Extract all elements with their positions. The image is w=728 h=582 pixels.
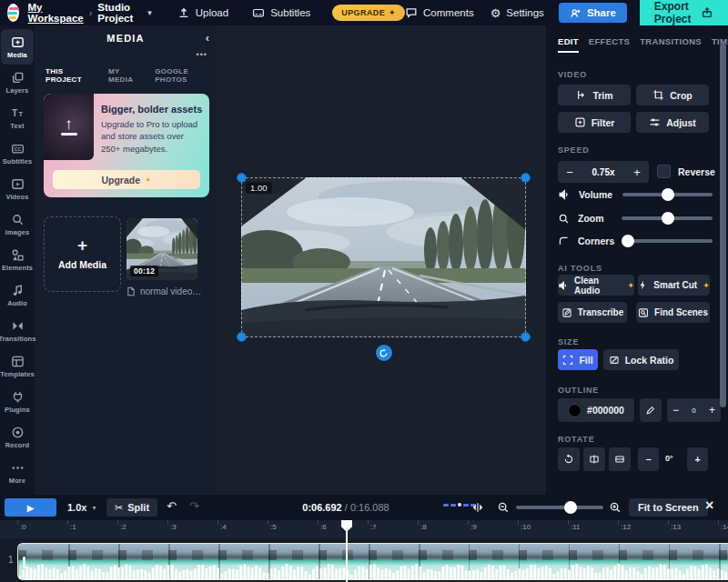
zoom-slider[interactable] bbox=[622, 212, 713, 225]
adjust-button[interactable]: Adjust bbox=[636, 112, 709, 133]
sparkle-icon: ✦ bbox=[703, 281, 710, 290]
video-preview[interactable]: 1.00 bbox=[241, 177, 526, 337]
find-scenes-button[interactable]: Find Scenes bbox=[636, 302, 710, 323]
collapse-panel-icon[interactable]: ‹ bbox=[206, 31, 209, 45]
panel-menu-icon[interactable]: ••• bbox=[197, 50, 207, 59]
sidebar-item-elements[interactable]: Elements bbox=[1, 242, 34, 277]
rotate-handle[interactable] bbox=[376, 345, 392, 361]
share-button[interactable]: Share bbox=[559, 3, 627, 23]
sidebar-item-text[interactable]: TT Text bbox=[1, 100, 34, 135]
rotate-increase-button[interactable]: + bbox=[687, 447, 708, 471]
promo-title: Bigger, bolder assets bbox=[101, 104, 202, 115]
sidebar-item-audio[interactable]: Audio bbox=[1, 277, 34, 313]
speed-increase-button[interactable]: + bbox=[625, 166, 649, 179]
ruler-tick: :11 bbox=[571, 523, 581, 531]
search-icon bbox=[11, 213, 25, 226]
flip-vertical-button[interactable] bbox=[609, 447, 631, 471]
subtitles-label: Subtitles bbox=[270, 7, 310, 18]
inspector-scrollbar[interactable] bbox=[720, 44, 726, 407]
fill-brackets-icon bbox=[562, 355, 573, 366]
transcribe-button[interactable]: Transcribe bbox=[558, 302, 627, 323]
fit-to-screen-button[interactable]: Fit to Screen bbox=[629, 498, 708, 517]
layers-icon bbox=[11, 71, 25, 85]
flip-horizontal-button[interactable] bbox=[583, 447, 605, 471]
breadcrumb-project[interactable]: Studio Project bbox=[97, 2, 142, 24]
zoom-out-icon[interactable] bbox=[497, 501, 510, 517]
slider-thumb[interactable] bbox=[662, 212, 674, 225]
resize-handle-top-left[interactable] bbox=[237, 173, 247, 183]
upload-button[interactable]: Upload bbox=[177, 6, 228, 19]
volume-slider[interactable] bbox=[622, 188, 713, 201]
zoom-in-icon[interactable] bbox=[609, 501, 622, 517]
speed-decrease-button[interactable]: − bbox=[558, 166, 581, 179]
resize-handle-bottom-left[interactable] bbox=[237, 332, 247, 342]
resize-handle-top-right[interactable] bbox=[521, 173, 531, 183]
close-icon[interactable]: × bbox=[705, 497, 713, 514]
sidebar-item-more[interactable]: More bbox=[1, 455, 34, 490]
sidebar-item-videos[interactable]: Videos bbox=[1, 171, 34, 206]
chevron-down-icon[interactable]: ▾ bbox=[147, 8, 152, 17]
timeline: :0 :1 :2 :3 :4 :5 :6 :7 :8 :9 :10 :11 :1… bbox=[0, 520, 728, 582]
tab-edit[interactable]: EDIT bbox=[558, 36, 579, 53]
sparkle-icon: ✦ bbox=[389, 8, 396, 17]
trim-button[interactable]: Trim bbox=[558, 85, 631, 105]
play-icon: ▶ bbox=[27, 503, 35, 513]
upgrade-button[interactable]: UPGRADE ✦ bbox=[332, 5, 405, 21]
sidebar-item-plugins[interactable]: Plugins bbox=[1, 384, 34, 419]
slider-thumb[interactable] bbox=[622, 235, 634, 247]
subtitles-button[interactable]: Subtitles bbox=[252, 6, 310, 19]
media-clip-thumbnail[interactable]: 00:12 bbox=[126, 218, 197, 280]
export-project-button[interactable]: Export Project bbox=[640, 0, 728, 25]
add-media-button[interactable]: + Add Media bbox=[44, 216, 121, 292]
settings-label: Settings bbox=[506, 7, 544, 18]
timeline-zoom-slider[interactable] bbox=[516, 501, 603, 514]
smart-cut-button[interactable]: Smart Cut ✦ bbox=[638, 275, 710, 296]
tab-effects[interactable]: EFFECTS bbox=[589, 36, 630, 53]
resize-handle-bottom-right[interactable] bbox=[521, 332, 531, 342]
slider-thumb[interactable] bbox=[662, 188, 674, 201]
redo-button[interactable]: ↷ bbox=[189, 499, 199, 513]
lock-ratio-button[interactable]: Lock Ratio bbox=[603, 349, 679, 370]
outline-width-increase[interactable]: + bbox=[709, 404, 715, 416]
sidebar-item-transitions[interactable]: Transitions bbox=[1, 313, 34, 348]
comments-button[interactable]: Comments bbox=[405, 6, 474, 19]
fill-button[interactable]: Fill bbox=[558, 349, 598, 370]
sidebar-item-subtitles[interactable]: CC Subtitles bbox=[1, 135, 34, 171]
filter-button[interactable]: Filter bbox=[558, 112, 631, 133]
tab-this-project[interactable]: THIS PROJECT bbox=[46, 67, 96, 84]
split-button[interactable]: ✂ Split bbox=[106, 498, 157, 517]
sidebar-item-record[interactable]: Record bbox=[1, 419, 34, 455]
app-logo-icon[interactable] bbox=[7, 4, 19, 22]
crop-button[interactable]: Crop bbox=[636, 85, 709, 105]
corners-slider[interactable] bbox=[622, 235, 713, 247]
selection-outline bbox=[241, 177, 526, 337]
tab-my-media[interactable]: MY MEDIA bbox=[108, 67, 143, 84]
detach-audio-icon[interactable] bbox=[471, 501, 484, 517]
timeline-clip[interactable] bbox=[17, 543, 728, 580]
scale-badge: 1.00 bbox=[246, 182, 272, 194]
sidebar-item-templates[interactable]: Templates bbox=[1, 348, 34, 384]
sidebar-item-images[interactable]: Images bbox=[1, 206, 34, 242]
ruler-tick: :4 bbox=[220, 523, 227, 531]
clean-audio-button[interactable]: Clean Audio ✦ bbox=[558, 275, 634, 296]
rotate-decrease-button[interactable]: − bbox=[638, 447, 659, 471]
reverse-checkbox[interactable] bbox=[657, 165, 671, 178]
undo-button[interactable]: ↶ bbox=[167, 499, 177, 513]
clip-trim-handle[interactable] bbox=[23, 557, 25, 568]
play-button[interactable]: ▶ bbox=[5, 498, 56, 517]
promo-upgrade-button[interactable]: Upgrade ✦ bbox=[53, 170, 200, 189]
rotate-left-button[interactable] bbox=[558, 447, 580, 471]
playback-speed-dropdown[interactable]: 1.0x ▾ bbox=[67, 502, 96, 513]
outline-width-decrease[interactable]: − bbox=[672, 404, 679, 416]
slider-thumb[interactable] bbox=[564, 501, 577, 514]
settings-button[interactable]: ⚙ Settings bbox=[490, 6, 544, 20]
tab-transitions[interactable]: TRANSITIONS bbox=[640, 36, 702, 53]
tab-google-photos[interactable]: GOOGLE PHOTOS bbox=[155, 67, 217, 84]
sidebar-item-layers[interactable]: Layers bbox=[1, 65, 34, 100]
outline-color-button[interactable]: #000000 bbox=[558, 398, 634, 422]
breadcrumb-workspace[interactable]: My Workspace bbox=[28, 2, 84, 24]
promo-upgrade-label: Upgrade bbox=[101, 175, 140, 186]
timeline-ruler[interactable]: :0 :1 :2 :3 :4 :5 :6 :7 :8 :9 :10 :11 :1… bbox=[0, 520, 728, 538]
sidebar-item-media[interactable]: Media bbox=[1, 29, 34, 65]
eyedropper-button[interactable] bbox=[640, 398, 662, 422]
